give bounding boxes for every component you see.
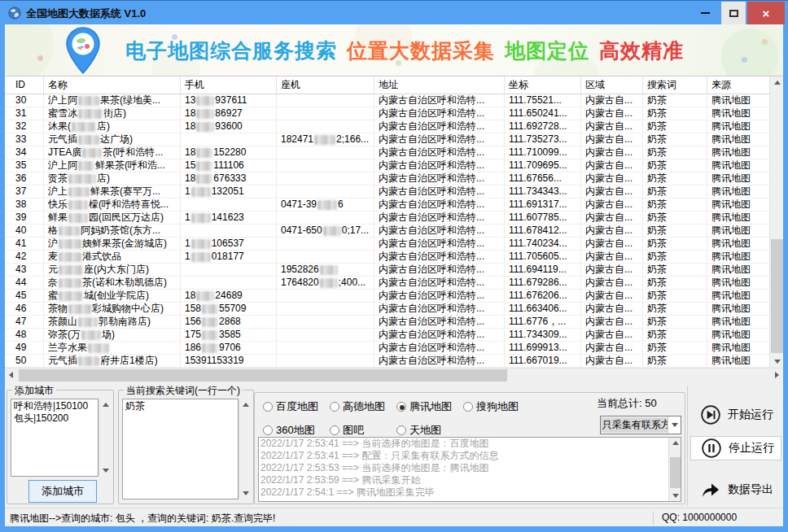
scroll-up-arrow-icon[interactable] bbox=[103, 403, 109, 407]
table-cell: 奶茶 bbox=[643, 185, 707, 198]
radio-icon[interactable] bbox=[263, 402, 273, 412]
table-cell: 13937611 bbox=[181, 94, 277, 107]
table-cell: 内蒙古自治区呼和浩特... bbox=[374, 355, 505, 367]
keywords-scrollbar[interactable] bbox=[239, 399, 251, 499]
table-cell: 茶物彩城购物中心店) bbox=[44, 303, 181, 315]
close-button[interactable]: × bbox=[747, 2, 785, 24]
scroll-down-arrow-icon[interactable] bbox=[672, 494, 679, 498]
map-option-360地图[interactable]: 360地图 bbox=[263, 423, 330, 438]
redacted-blur bbox=[78, 356, 99, 366]
map-option-高德地图[interactable]: 高德地图 bbox=[330, 399, 396, 414]
collect-filter-select[interactable]: 只采集有联系方 bbox=[600, 416, 681, 434]
table-cell: 奶茶 bbox=[643, 120, 707, 133]
scroll-down-arrow-icon[interactable] bbox=[774, 360, 781, 364]
start-run-button[interactable]: 开始运行 bbox=[690, 402, 781, 428]
radio-selected-icon[interactable] bbox=[396, 402, 406, 412]
scroll-down-arrow-icon[interactable] bbox=[243, 491, 249, 495]
column-header[interactable]: ID bbox=[5, 76, 44, 94]
redacted-blur bbox=[196, 148, 212, 158]
add-city-button[interactable]: 添加城市 bbox=[28, 480, 97, 503]
redacted-blur bbox=[323, 226, 341, 236]
table-cell: 41 bbox=[5, 238, 44, 250]
table-cell: 18152280 bbox=[181, 146, 277, 159]
scroll-right-arrow-icon[interactable] bbox=[775, 372, 779, 378]
column-header[interactable]: 区域 bbox=[581, 76, 643, 94]
maximize-button[interactable] bbox=[721, 2, 746, 24]
table-cell: 内蒙古自... bbox=[581, 316, 643, 328]
table-row[interactable]: 38快乐檬(呼和浩特喜悦...0471-396内蒙古自治区呼和浩特...111.… bbox=[5, 198, 769, 211]
scroll-down-arrow-icon[interactable] bbox=[103, 469, 109, 473]
city-list-input[interactable]: 呼和浩特|150100 包头|150200 bbox=[11, 399, 98, 477]
log-scroll-thumb[interactable] bbox=[670, 457, 681, 488]
table-cell: 111.735273... bbox=[505, 133, 581, 146]
log-output[interactable]: 2022/1/17 2:53:41 ==> 当前选择的地图是：百度地图2022/… bbox=[258, 437, 681, 502]
table-row[interactable]: 31蜜雪冰街店)1886927内蒙古自治区呼和浩特...111.650241..… bbox=[5, 107, 769, 120]
scroll-up-arrow-icon[interactable] bbox=[672, 441, 679, 445]
column-header[interactable]: 搜索词 bbox=[643, 76, 707, 94]
table-row[interactable]: 34JTEA廣茶(呼和浩特...18152280内蒙古自治区呼和浩特...111… bbox=[5, 146, 769, 159]
table-cell: 内蒙古自... bbox=[581, 342, 643, 354]
radio-icon[interactable] bbox=[396, 425, 406, 435]
table-row[interactable]: 36贡茶店)18676333内蒙古自治区呼和浩特...111.67656...内… bbox=[5, 172, 769, 185]
map-option-label: 图吧 bbox=[343, 423, 364, 438]
table-cell: 内蒙古自治区呼和浩特... bbox=[374, 133, 505, 146]
table-cell: 腾讯地图 bbox=[707, 172, 769, 185]
radio-icon[interactable] bbox=[463, 402, 473, 412]
table-row[interactable]: 43元座(内大东门店)1952826内蒙古自治区呼和浩特...111.69411… bbox=[5, 264, 769, 277]
table-cell: 111.694119... bbox=[505, 264, 581, 276]
stop-run-button[interactable]: 停止运行 bbox=[690, 436, 781, 460]
table-row[interactable]: 50元气插府井店1楼店)15391153319内蒙古自治区呼和浩特...111.… bbox=[5, 355, 769, 368]
map-option-搜狗地图[interactable]: 搜狗地图 bbox=[463, 399, 530, 414]
table-row[interactable]: 44奈茶(诺和木勒凯德店)1764820;400...内蒙古自治区呼和浩特...… bbox=[5, 277, 769, 290]
radio-icon[interactable] bbox=[330, 425, 339, 435]
table-cell: 111.691317... bbox=[505, 198, 581, 211]
table-cell: 内蒙古自治区呼和浩特... bbox=[374, 238, 505, 250]
table-row[interactable]: 42麦港式饮品1018177内蒙古自治区呼和浩特...111.705605...… bbox=[5, 251, 769, 264]
table-cell: 1869706 bbox=[181, 342, 277, 354]
redacted-blur bbox=[196, 161, 212, 171]
scroll-up-arrow-icon[interactable] bbox=[243, 403, 249, 407]
horizontal-scrollbar[interactable] bbox=[5, 368, 783, 382]
vertical-scroll-thumb[interactable] bbox=[771, 239, 783, 353]
keywords-input[interactable]: 奶茶 bbox=[122, 399, 239, 499]
table-row[interactable]: 35沪上阿鲜果茶(呼和浩...15111106内蒙古自治区呼和浩特...111.… bbox=[5, 159, 769, 172]
table-row[interactable]: 37沪上鲜果茶(赛罕万...1132051内蒙古自治区呼和浩特...111.73… bbox=[5, 185, 769, 198]
table-row[interactable]: 45蜜城(创业学院店)1824689内蒙古自治区呼和浩特...111.67620… bbox=[5, 290, 769, 303]
log-scrollbar[interactable] bbox=[668, 438, 681, 501]
vertical-scrollbar[interactable] bbox=[769, 76, 783, 368]
radio-icon[interactable] bbox=[330, 402, 339, 412]
column-header[interactable]: 名称 bbox=[44, 76, 181, 94]
radio-icon[interactable] bbox=[263, 425, 273, 435]
column-header[interactable]: 地址 bbox=[374, 76, 505, 94]
table-cell: 麦港式饮品 bbox=[44, 251, 181, 263]
column-header[interactable]: 手机 bbox=[181, 76, 277, 94]
table-cell: 内蒙古自... bbox=[581, 211, 643, 224]
horizontal-scroll-thumb[interactable] bbox=[19, 369, 507, 382]
map-option-图吧[interactable]: 图吧 bbox=[330, 423, 396, 438]
export-data-button[interactable]: 数据导出 bbox=[690, 477, 781, 503]
map-option-天地图[interactable]: 天地图 bbox=[396, 423, 463, 438]
table-row[interactable]: 32沐果(店)1893600内蒙古自治区呼和浩特...111.692728...… bbox=[5, 120, 769, 133]
column-header[interactable]: 来源 bbox=[707, 76, 769, 94]
table-cell: 奶茶 bbox=[643, 211, 707, 224]
table-row[interactable]: 33元气插达广场)1824712;166...内蒙古自治区呼和浩特...111.… bbox=[5, 133, 769, 146]
column-header[interactable]: 座机 bbox=[277, 76, 374, 94]
table-row[interactable]: 41沪姨鲜果茶(金游城店)1106537内蒙古自治区呼和浩特...111.740… bbox=[5, 238, 769, 251]
minimize-button[interactable] bbox=[690, 2, 720, 24]
table-row[interactable]: 46茶物彩城购物中心店)15855709内蒙古自治区呼和浩特...111.663… bbox=[5, 303, 769, 316]
table-row[interactable]: 30沪上阿果茶(绿地美...13937611内蒙古自治区呼和浩特...111.7… bbox=[5, 94, 769, 107]
table-cell: 腾讯地图 bbox=[707, 185, 769, 198]
table-row[interactable]: 40格阿妈奶茶馆(东方...0471-6500;17...内蒙古自治区呼和浩特.… bbox=[5, 225, 769, 238]
scroll-up-arrow-icon[interactable] bbox=[774, 81, 781, 85]
city-list-scrollbar[interactable] bbox=[98, 399, 111, 476]
map-option-腾讯地图[interactable]: 腾讯地图 bbox=[396, 399, 463, 414]
table-row[interactable]: 48弥茶(万场)1753585内蒙古自治区呼和浩特...111.734309..… bbox=[5, 329, 769, 342]
scroll-left-arrow-icon[interactable] bbox=[9, 372, 13, 378]
map-option-百度地图[interactable]: 百度地图 bbox=[263, 399, 330, 414]
table-row[interactable]: 49兰亭水果1869706内蒙古自治区呼和浩特...111.699913...内… bbox=[5, 342, 769, 355]
column-header[interactable]: 坐标 bbox=[505, 76, 581, 94]
chevron-down-icon[interactable] bbox=[668, 416, 681, 434]
table-row[interactable]: 47茶颜山郭勒南路店)1562868内蒙古自治区呼和浩特...111.6776，… bbox=[5, 316, 769, 329]
table-row[interactable]: 39鲜果园(回民区万达店)1141623内蒙古自治区呼和浩特...111.607… bbox=[5, 211, 769, 225]
headline-segment: 地图定位 bbox=[505, 37, 589, 64]
